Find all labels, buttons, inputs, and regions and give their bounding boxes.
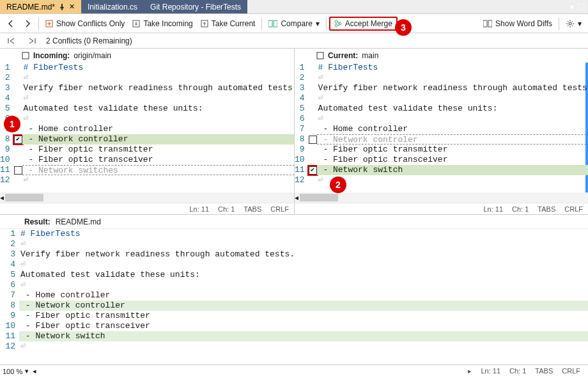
result-code[interactable]: 123456789101112# FiberTests⏎Verify fiber… bbox=[0, 229, 588, 364]
conflicts-count: 2 Conflicts (0 Remaining) bbox=[46, 36, 132, 45]
code-line[interactable]: ⏎ bbox=[317, 175, 588, 185]
code-line[interactable]: - Fiber optic transmitter bbox=[22, 145, 294, 155]
code-line[interactable]: ⏎ bbox=[19, 239, 588, 249]
code-line[interactable]: Verify fiber network readiness through a… bbox=[317, 83, 588, 93]
h-scrollbar[interactable]: ◂ bbox=[295, 192, 588, 203]
separator bbox=[261, 17, 262, 30]
svg-point-11 bbox=[569, 22, 571, 25]
separator bbox=[559, 17, 559, 30]
result-header: Result: README.md bbox=[0, 215, 588, 229]
show-conflicts-button[interactable]: Show Conflicts Only bbox=[42, 17, 128, 30]
code-line[interactable]: - Home controller bbox=[19, 290, 588, 301]
nav-back-button[interactable] bbox=[3, 17, 19, 30]
file-icon bbox=[22, 52, 29, 59]
current-pane: Current: main 123456789101112# FiberTest… bbox=[294, 49, 588, 214]
conflict-checkbox[interactable] bbox=[14, 166, 22, 175]
code-line[interactable]: - Home controller bbox=[317, 124, 588, 134]
tab-git-repo[interactable]: Git Repository - FiberTests bbox=[144, 0, 247, 13]
code-line[interactable]: ⏎ bbox=[19, 260, 588, 270]
code-line[interactable]: Verify fiber network readiness through a… bbox=[19, 249, 588, 260]
code-line[interactable]: ⏎ bbox=[317, 93, 588, 104]
tab-label: Git Repository - FiberTests bbox=[150, 3, 241, 12]
code-line[interactable]: - Home controller bbox=[22, 124, 294, 134]
dropdown-icon[interactable]: ▾ bbox=[570, 3, 574, 12]
tab-initialization[interactable]: Initialization.cs bbox=[81, 0, 144, 13]
chevron-down-icon: ▾ bbox=[578, 19, 582, 28]
chevron-down-icon[interactable]: ▾ bbox=[25, 367, 29, 375]
accept-merge-button[interactable]: Accept Merge bbox=[329, 17, 398, 31]
code-line[interactable]: Automated test validate these units: bbox=[317, 104, 588, 114]
code-line[interactable]: - Network controler bbox=[317, 134, 588, 145]
window-icon[interactable] bbox=[578, 4, 585, 10]
label: Show Conflicts Only bbox=[56, 19, 125, 28]
svg-rect-9 bbox=[483, 20, 487, 27]
h-scrollbar[interactable]: ◂ bbox=[0, 192, 294, 203]
take-incoming-button[interactable]: Take Incoming bbox=[128, 17, 196, 30]
code-line[interactable]: - Fiber optic transmitter bbox=[317, 145, 588, 155]
branch-name: main bbox=[362, 51, 378, 60]
code-line[interactable]: # FiberTests bbox=[22, 63, 294, 73]
code-line[interactable]: ⏎ bbox=[19, 341, 588, 352]
current-code[interactable]: 123456789101112# FiberTests⏎Verify fiber… bbox=[295, 63, 588, 192]
word-diff-icon bbox=[483, 20, 492, 27]
last-conflict-button[interactable] bbox=[24, 35, 41, 47]
code-line[interactable]: ⏎ bbox=[317, 73, 588, 83]
code-line[interactable]: - Fiber optic transmitter bbox=[19, 311, 588, 321]
bottom-bar: 100 % ▾ ◂ ▸ Ln: 11 Ch: 1 TABS CRLF bbox=[0, 364, 588, 376]
code-line[interactable]: Verify fiber network readiness through a… bbox=[22, 83, 294, 93]
code-line[interactable]: - Network controller bbox=[19, 301, 588, 311]
incoming-header: Incoming: origin/main bbox=[0, 49, 294, 63]
status-tabs: TABS bbox=[538, 205, 555, 213]
code-line[interactable]: - Fiber optic transceiver bbox=[317, 155, 588, 165]
conflict-checkbox[interactable] bbox=[14, 136, 22, 144]
status-ln: Ln: 11 bbox=[189, 205, 209, 213]
take-current-button[interactable]: Take Current bbox=[197, 17, 259, 30]
code-line[interactable]: ⏎ bbox=[22, 93, 294, 104]
separator bbox=[38, 17, 39, 30]
pane-title: Current: bbox=[328, 51, 358, 60]
close-icon[interactable]: ✕ bbox=[69, 3, 75, 11]
code-line[interactable]: - Fiber optic transceiver bbox=[22, 155, 294, 165]
label: Take Incoming bbox=[143, 19, 192, 28]
nav-forward-button[interactable] bbox=[19, 17, 36, 30]
code-line[interactable]: - Network switch bbox=[19, 331, 588, 341]
code-line[interactable]: - Network switch bbox=[317, 165, 588, 175]
compare-button[interactable]: Compare ▾ bbox=[265, 17, 323, 30]
conflict-checkbox[interactable] bbox=[309, 166, 317, 175]
diff-split: Incoming: origin/main 123456789101112# F… bbox=[0, 49, 588, 215]
code-line[interactable]: - Fiber optic transceiver bbox=[19, 321, 588, 331]
code-line[interactable]: - Network controller bbox=[22, 134, 294, 145]
incoming-code[interactable]: 123456789101112# FiberTests⏎Verify fiber… bbox=[0, 63, 294, 192]
status-ln: Ln: 11 bbox=[481, 367, 500, 375]
take-current-icon bbox=[201, 20, 208, 27]
code-line[interactable]: Automated test validate these units: bbox=[22, 104, 294, 114]
conflict-checkbox[interactable] bbox=[309, 136, 317, 144]
result-title: Result: bbox=[24, 217, 50, 226]
show-word-diffs-button[interactable]: Show Word Diffs bbox=[479, 17, 556, 30]
branch-name: origin/main bbox=[74, 51, 111, 60]
tab-label: README.md* bbox=[6, 3, 55, 12]
pin-icon[interactable] bbox=[59, 4, 65, 10]
status-ch: Ch: 1 bbox=[218, 205, 235, 213]
code-line[interactable]: ⏎ bbox=[317, 114, 588, 124]
label: Compare bbox=[281, 19, 312, 28]
conflicts-bar: 2 Conflicts (0 Remaining) bbox=[0, 33, 588, 49]
zoom-level[interactable]: 100 % bbox=[3, 368, 22, 375]
gear-button[interactable]: ▾ bbox=[562, 17, 585, 30]
code-line[interactable]: ⏎ bbox=[22, 73, 294, 83]
svg-point-6 bbox=[335, 20, 337, 23]
conflicts-icon bbox=[45, 20, 53, 27]
label: Take Current bbox=[212, 19, 256, 28]
code-line[interactable]: Automated test validate these units: bbox=[19, 270, 588, 280]
code-line[interactable]: ⏎ bbox=[19, 280, 588, 290]
tab-readme[interactable]: README.md* ✕ bbox=[0, 0, 81, 13]
label: Show Word Diffs bbox=[495, 19, 552, 28]
code-line[interactable]: ⏎ bbox=[22, 175, 294, 185]
code-line[interactable]: # FiberTests bbox=[19, 229, 588, 239]
code-line[interactable]: - Network switches bbox=[22, 165, 294, 175]
chevron-down-icon: ▾ bbox=[316, 19, 320, 28]
first-conflict-button[interactable] bbox=[3, 35, 19, 47]
code-line[interactable]: ⏎ bbox=[22, 114, 294, 124]
code-line[interactable]: # FiberTests bbox=[317, 63, 588, 73]
tab-label: Initialization.cs bbox=[88, 3, 137, 12]
